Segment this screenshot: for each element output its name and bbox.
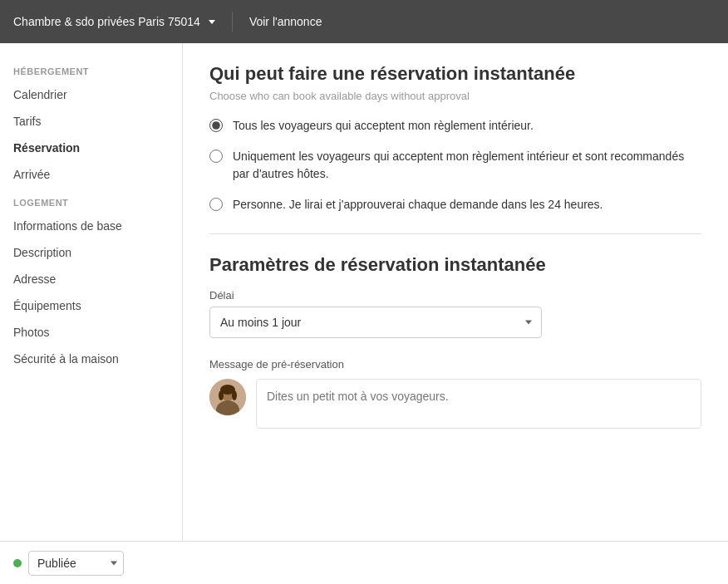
sidebar-item-equipements[interactable]: Équipements: [0, 292, 182, 319]
sidebar-section-logement: Logement: [0, 188, 182, 213]
svg-point-5: [232, 390, 237, 400]
radio-input-2[interactable]: [209, 150, 223, 163]
sidebar: Hébergement Calendrier Tarifs Réservatio…: [0, 43, 183, 541]
property-title-text: Chambre & sdo privées Paris 75014: [13, 15, 200, 28]
bottombar: Publiée Non publiée: [0, 541, 728, 584]
status-dot-icon: [13, 559, 22, 567]
sidebar-item-arrivee[interactable]: Arrivée: [0, 161, 182, 188]
radio-option-1[interactable]: Tous les voyageurs qui acceptent mon règ…: [209, 117, 701, 135]
status-select[interactable]: Publiée Non publiée: [28, 551, 124, 576]
sidebar-item-informations[interactable]: Informations de base: [0, 213, 182, 239]
pre-resa-label: Message de pré-réservation: [209, 358, 701, 371]
radio-label-3: Personne. Je lirai et j'approuverai chaq…: [233, 196, 603, 213]
radio-option-3[interactable]: Personne. Je lirai et j'approuverai chaq…: [209, 196, 701, 213]
pre-resa-box: [209, 379, 701, 429]
view-listing-link[interactable]: Voir l'annonce: [249, 15, 322, 28]
section2-title: Paramètres de réservation instantanée: [209, 254, 701, 276]
section1-title: Qui peut faire une réservation instantan…: [209, 63, 701, 85]
sidebar-item-description[interactable]: Description: [0, 239, 182, 266]
radio-label-1: Tous les voyageurs qui acceptent mon règ…: [233, 117, 534, 135]
delai-select-wrapper: Au moins 1 jour Au moins 2 jours Au moin…: [209, 307, 542, 338]
sidebar-item-adresse[interactable]: Adresse: [0, 266, 182, 292]
sidebar-item-calendrier[interactable]: Calendrier: [0, 81, 182, 108]
radio-input-1[interactable]: [209, 119, 223, 132]
topbar: Chambre & sdo privées Paris 75014 Voir l…: [0, 0, 728, 43]
radio-option-2[interactable]: Uniquement les voyageurs qui acceptent m…: [209, 148, 701, 183]
sidebar-section-hebergement: Hébergement: [0, 56, 182, 81]
params-section: Paramètres de réservation instantanée Dé…: [209, 254, 701, 429]
pre-resa-textarea[interactable]: [256, 379, 701, 429]
sidebar-item-tarifs[interactable]: Tarifs: [0, 108, 182, 135]
topbar-divider: [232, 12, 233, 32]
property-title[interactable]: Chambre & sdo privées Paris 75014: [13, 15, 215, 28]
instant-booking-section: Qui peut faire une réservation instantan…: [209, 63, 701, 213]
delai-label: Délai: [209, 289, 701, 302]
section1-subtitle: Choose who can book available days witho…: [209, 90, 701, 102]
avatar-image: [209, 379, 246, 415]
section-divider: [209, 233, 701, 234]
sidebar-item-photos[interactable]: Photos: [0, 319, 182, 346]
property-chevron-icon: [209, 20, 215, 24]
svg-point-4: [219, 390, 224, 400]
avatar: [209, 379, 246, 415]
content-area: Qui peut faire une réservation instantan…: [183, 43, 728, 541]
radio-label-2: Uniquement les voyageurs qui acceptent m…: [233, 148, 701, 183]
radio-input-3[interactable]: [209, 198, 223, 211]
delai-select[interactable]: Au moins 1 jour Au moins 2 jours Au moin…: [209, 307, 542, 338]
main-layout: Hébergement Calendrier Tarifs Réservatio…: [0, 43, 728, 541]
sidebar-item-securite[interactable]: Sécurité à la maison: [0, 346, 182, 372]
status-select-wrapper: Publiée Non publiée: [28, 551, 124, 576]
sidebar-item-reservation[interactable]: Réservation: [0, 135, 182, 161]
